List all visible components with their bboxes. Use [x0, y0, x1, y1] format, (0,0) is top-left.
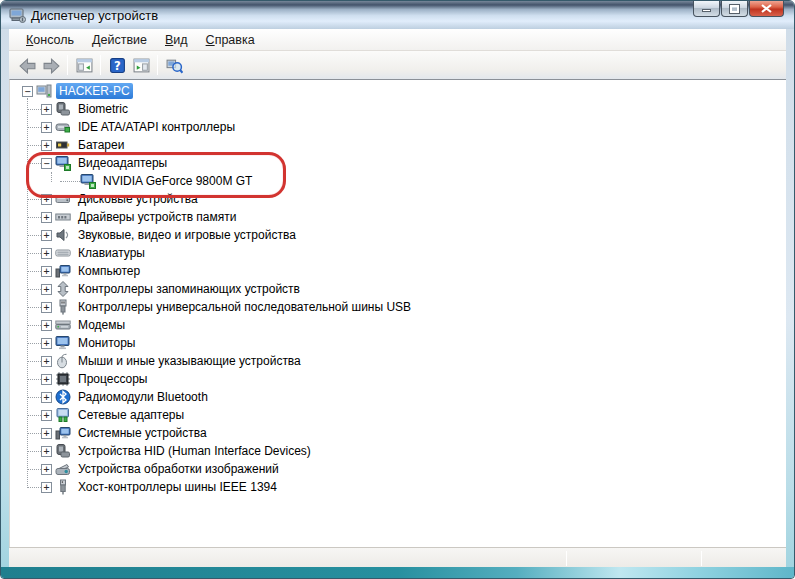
tree-item[interactable]: +Звуковые, видео и игровые устройства [10, 226, 786, 244]
tree-item-label[interactable]: HACKER-PC [56, 83, 133, 99]
tree-item-label[interactable]: Модемы [75, 317, 128, 333]
expand-icon[interactable]: + [41, 122, 52, 133]
menu-item-1[interactable]: Консоль [17, 31, 83, 49]
title-bar[interactable]: Диспетчер устройств [1, 1, 794, 29]
tree-item-label[interactable]: Батареи [75, 137, 127, 153]
menu-item-2[interactable]: Действие [83, 31, 156, 49]
tree-item-label[interactable]: Звуковые, видео и игровые устройства [75, 227, 299, 243]
expand-icon[interactable]: + [41, 212, 52, 223]
tree-item-label[interactable]: Драйверы устройств памяти [75, 209, 239, 225]
expand-icon[interactable]: + [41, 338, 52, 349]
tree-item[interactable]: +Клавиатуры [10, 244, 786, 262]
tree-item[interactable]: −Видеоадаптеры [10, 154, 786, 172]
tree-item[interactable]: +Мыши и иные указывающие устройства [10, 352, 786, 370]
tree-item-label[interactable]: Радиомодули Bluetooth [75, 389, 211, 405]
system-icon [55, 263, 71, 279]
tree-item[interactable]: +Мониторы [10, 334, 786, 352]
tree-item[interactable]: +Устройства обработки изображений [10, 460, 786, 478]
device-manager-icon [9, 7, 26, 23]
tree-item-label[interactable]: Контроллеры запоминающих устройств [75, 281, 303, 297]
tree-item[interactable]: +Модемы [10, 316, 786, 334]
tree-guide-line [51, 172, 52, 182]
expand-icon[interactable]: + [41, 320, 52, 331]
expand-icon[interactable]: + [41, 284, 52, 295]
window-bottom-frame [1, 567, 794, 578]
tree-connector [28, 217, 41, 218]
tree-item[interactable]: +Устройства HID (Human Interface Devices… [10, 442, 786, 460]
expand-icon[interactable]: + [41, 392, 52, 403]
window-controls [692, 1, 784, 17]
minimize-button[interactable] [693, 1, 720, 17]
tree-item[interactable]: NVIDIA GeForce 9800M GT [10, 172, 786, 190]
tree-item[interactable]: +Системные устройства [10, 424, 786, 442]
show-console-tree-button[interactable] [72, 54, 96, 76]
tree-item[interactable]: +Сетевые адаптеры [10, 406, 786, 424]
tree-item-label[interactable]: Хост-контроллеры шины IEEE 1394 [75, 479, 280, 495]
tree-item-label[interactable]: Biometric [75, 101, 131, 117]
expand-icon[interactable]: + [41, 194, 52, 205]
forward-button[interactable] [39, 54, 63, 76]
tree-item[interactable]: +Biometric [10, 100, 786, 118]
expand-icon[interactable]: + [41, 104, 52, 115]
menu-item-3[interactable]: Вид [156, 31, 197, 49]
tree-item[interactable]: +Дисковые устройства [10, 190, 786, 208]
expand-icon[interactable]: + [41, 428, 52, 439]
expand-icon[interactable]: + [41, 482, 52, 493]
tree-item-label[interactable]: Дисковые устройства [75, 191, 201, 207]
scan-hardware-changes-button[interactable] [162, 54, 186, 76]
expand-icon[interactable]: + [41, 446, 52, 457]
tree-item-label[interactable]: Контроллеры универсальной последовательн… [75, 299, 414, 315]
tree-item-label[interactable]: Сетевые адаптеры [75, 407, 187, 423]
tree-item[interactable]: +Контроллеры универсальной последователь… [10, 298, 786, 316]
window-title: Диспетчер устройств [31, 8, 158, 23]
tree-item[interactable]: +Компьютер [10, 262, 786, 280]
expand-icon[interactable]: + [41, 356, 52, 367]
tree-item[interactable]: +Контроллеры запоминающих устройств [10, 280, 786, 298]
tree-item-label[interactable]: IDE ATA/ATAPI контроллеры [75, 119, 238, 135]
expand-icon[interactable]: + [41, 410, 52, 421]
bluetooth-icon [55, 389, 71, 405]
expand-icon[interactable]: + [41, 230, 52, 241]
tree-item-label[interactable]: NVIDIA GeForce 9800M GT [100, 173, 255, 189]
tree-item-label[interactable]: Мыши и иные указывающие устройства [75, 353, 304, 369]
statusbar-separator [566, 551, 567, 566]
tree-item[interactable]: +Драйверы устройств памяти [10, 208, 786, 226]
toolbar-separator [100, 55, 101, 75]
menu-item-4[interactable]: Справка [197, 31, 264, 49]
tree-item-label[interactable]: Мониторы [75, 335, 138, 351]
tree-item[interactable]: +Процессоры [10, 370, 786, 388]
tree-connector [28, 289, 41, 290]
expand-icon[interactable]: + [41, 266, 52, 277]
tree-item[interactable]: +Радиомодули Bluetooth [10, 388, 786, 406]
keyboard-icon [55, 245, 71, 261]
expand-icon[interactable]: + [41, 140, 52, 151]
tree-item[interactable]: +IDE ATA/ATAPI контроллеры [10, 118, 786, 136]
expand-icon[interactable]: + [41, 374, 52, 385]
tree-item-label[interactable]: Устройства HID (Human Interface Devices) [75, 443, 314, 459]
help-button[interactable]: ? [105, 54, 129, 76]
tree-item[interactable]: +Хост-контроллеры шины IEEE 1394 [10, 478, 786, 496]
tree-item-label[interactable]: Процессоры [75, 371, 151, 387]
close-icon [761, 4, 772, 13]
show-action-pane-button[interactable] [129, 54, 153, 76]
tree-item-label[interactable]: Устройства обработки изображений [75, 461, 282, 477]
close-button[interactable] [749, 1, 784, 17]
expand-icon[interactable]: + [41, 464, 52, 475]
maximize-button[interactable] [721, 1, 748, 17]
imaging-icon [55, 461, 71, 477]
collapse-icon[interactable]: − [41, 158, 52, 169]
tree-item[interactable]: −HACKER-PC [10, 82, 786, 100]
expand-icon[interactable]: + [41, 302, 52, 313]
back-button[interactable] [15, 54, 39, 76]
tree-item-label[interactable]: Клавиатуры [75, 245, 148, 261]
tree-connector [28, 469, 41, 470]
tree-item-label[interactable]: Системные устройства [75, 425, 210, 441]
expand-icon[interactable]: + [41, 248, 52, 259]
tree-item-label[interactable]: Компьютер [75, 263, 143, 279]
disk-drive-icon [55, 191, 71, 207]
tree-item[interactable]: +Батареи [10, 136, 786, 154]
memory-driver-icon [55, 209, 71, 225]
collapse-icon[interactable]: − [22, 86, 33, 97]
tree-connector [28, 307, 41, 308]
tree-item-label[interactable]: Видеоадаптеры [75, 155, 170, 171]
